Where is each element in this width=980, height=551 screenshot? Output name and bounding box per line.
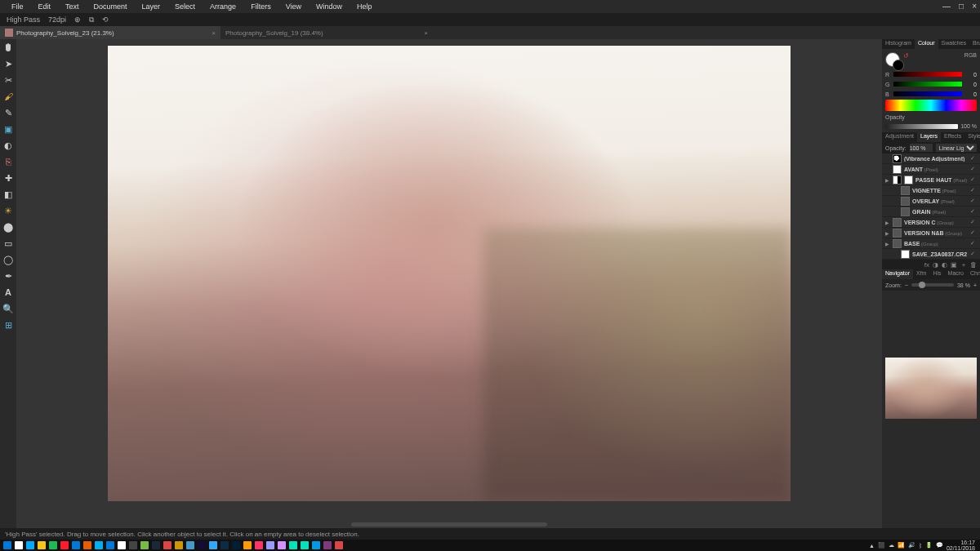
layer-group-icon[interactable]: ▣	[951, 261, 957, 269]
taskbar-app-cam[interactable]	[127, 540, 139, 551]
layer-thumbnail[interactable]	[893, 176, 902, 184]
taskbar-app-ae[interactable]	[276, 540, 287, 551]
tool-blur[interactable]: ⬤	[2, 220, 15, 233]
tray-cloud-icon[interactable]: ☁	[889, 542, 894, 549]
taskbar-app-chrome[interactable]	[116, 540, 127, 551]
taskbar-clock[interactable]: 16:17 02/11/2018	[947, 540, 975, 551]
tray-notifications-icon[interactable]: 💬	[936, 542, 943, 549]
tool-fill[interactable]: ▣	[2, 122, 15, 136]
color-mode-select[interactable]: RGB	[964, 52, 977, 58]
taskbar-app-files[interactable]	[36, 540, 47, 551]
tab-xfm[interactable]: Xfm	[913, 269, 929, 279]
canvas-area[interactable]	[16, 39, 882, 528]
layer-row[interactable]: ▶PASSE HAUT (Pixel)✓	[882, 175, 980, 185]
taskbar-app-br[interactable]	[196, 540, 207, 551]
layer-thumbnail[interactable]	[901, 197, 910, 206]
layer-row[interactable]: GRAIN (Pixel)✓	[882, 207, 980, 217]
tab-swatches[interactable]: Swatches	[938, 39, 969, 49]
layer-visibility-toggle[interactable]: ✓	[970, 176, 977, 183]
layer-visibility-toggle[interactable]: ✓	[970, 240, 977, 247]
layer-row[interactable]: ▶VERSION N&B (Group)✓	[882, 228, 980, 238]
taskbar-app-id[interactable]	[253, 540, 265, 551]
taskbar-app-cortana[interactable]	[24, 540, 36, 551]
layer-row[interactable]: SAVE_Z3A0837.CR2 (Pixel)✓	[882, 249, 980, 260]
layer-visibility-toggle[interactable]: ✓	[970, 166, 977, 172]
taskbar-app-ps[interactable]	[230, 540, 242, 551]
tab-doc-1[interactable]: Photography_Solveig_23 (21.3%) ×	[0, 26, 220, 39]
tray-battery-icon[interactable]: 🔋	[925, 542, 933, 549]
layer-thumbnail[interactable]	[893, 229, 902, 238]
layer-visibility-toggle[interactable]: ✓	[970, 187, 977, 193]
layer-row[interactable]: VIGNETTE (Pixel)✓	[882, 185, 980, 196]
tab-histogram[interactable]: Histogram	[882, 39, 915, 49]
tab-macro[interactable]: Macro	[945, 269, 967, 279]
tool-color-picker[interactable]: ✎	[2, 106, 15, 119]
tray-volume-icon[interactable]: 🔊	[908, 542, 915, 549]
tool-pen[interactable]: ✒	[2, 269, 15, 282]
taskbar-app-app2[interactable]	[173, 540, 185, 551]
opacity-value[interactable]: 100 %	[960, 123, 977, 129]
tool-selection[interactable]: ▭	[2, 237, 15, 250]
layer-thumbnail[interactable]	[893, 239, 902, 248]
tool-text[interactable]: A	[2, 286, 15, 299]
menu-filters[interactable]: Filters	[244, 2, 278, 11]
taskbar-app-app5[interactable]	[333, 540, 345, 551]
layer-row[interactable]: ▶BASE (Group)✓	[882, 238, 980, 249]
layer-row[interactable]: AVANT (Pixel)✓	[882, 164, 980, 175]
blend-mode-select[interactable]: Linear Light	[936, 144, 977, 152]
r-slider[interactable]	[893, 72, 962, 77]
tool-zoom[interactable]: 🔍	[2, 302, 15, 315]
taskbar-app-au[interactable]	[299, 540, 310, 551]
taskbar-app-steam[interactable]	[150, 540, 162, 551]
layer-delete-icon[interactable]: 🗑	[970, 261, 977, 269]
layer-fx-icon[interactable]: fx	[924, 261, 929, 269]
taskbar-app-n[interactable]	[322, 540, 333, 551]
layer-visibility-toggle[interactable]: ✓	[970, 155, 977, 162]
taskbar-app-affinity[interactable]	[139, 540, 150, 551]
context-icon-3[interactable]: ⟲	[102, 16, 109, 24]
layer-row[interactable]: ▶VERSION C (Group)✓	[882, 217, 980, 228]
menu-text[interactable]: Text	[59, 2, 86, 11]
tab-doc-2[interactable]: Photography_Solveig_19 (38.4%) ×	[220, 26, 433, 39]
context-icon-1[interactable]: ⊕	[74, 16, 81, 24]
tab-navigator[interactable]: Navigator	[882, 269, 913, 279]
tool-move[interactable]: ➤	[2, 57, 15, 70]
tool-mesh[interactable]: ⊞	[2, 318, 15, 331]
menu-layer[interactable]: Layer	[136, 2, 167, 11]
layer-expand-icon[interactable]: ▶	[885, 177, 890, 183]
layer-mask-icon[interactable]: ◑	[933, 261, 938, 269]
layer-thumbnail[interactable]	[901, 186, 910, 195]
taskbar-app-vlc[interactable]	[82, 540, 93, 551]
zoom-slider[interactable]	[911, 283, 954, 287]
taskbar-app-spotify[interactable]	[47, 540, 59, 551]
tab-close-icon[interactable]: ×	[424, 29, 428, 37]
tool-dodge[interactable]: ☀	[2, 204, 15, 217]
context-icon-2[interactable]: ⧉	[89, 16, 94, 24]
layer-visibility-toggle[interactable]: ✓	[970, 219, 977, 225]
taskbar-app-opera[interactable]	[59, 540, 70, 551]
tool-heal[interactable]: ✚	[2, 171, 15, 184]
layer-visibility-toggle[interactable]: ✓	[970, 229, 977, 236]
document-image[interactable]	[108, 46, 791, 501]
taskbar-app-pr[interactable]	[265, 540, 276, 551]
opacity-slider[interactable]	[885, 124, 958, 129]
taskbar-app-lrc[interactable]	[219, 540, 230, 551]
navigator-preview[interactable]	[885, 358, 977, 419]
taskbar-app-edge[interactable]	[70, 540, 82, 551]
tool-shape[interactable]: ◯	[2, 253, 15, 266]
layer-expand-icon[interactable]: ▶	[885, 220, 890, 225]
menu-select[interactable]: Select	[168, 2, 202, 11]
layer-thumbnail[interactable]	[893, 218, 902, 227]
layer-row[interactable]: (Vibrance Adjustment) ✓	[882, 153, 980, 164]
taskbar-app-app4[interactable]	[310, 540, 322, 551]
layer-row[interactable]: OVERLAY (Pixel)✓	[882, 196, 980, 207]
zoom-out-icon[interactable]: −	[905, 282, 908, 288]
foreground-background-swatch[interactable]	[885, 52, 900, 67]
tray-network-icon[interactable]: 📶	[898, 542, 905, 549]
tab-close-icon[interactable]: ×	[212, 29, 216, 37]
layer-visibility-toggle[interactable]: ✓	[970, 198, 977, 204]
layer-thumbnail[interactable]	[901, 250, 910, 259]
layer-opacity-input[interactable]	[910, 144, 933, 152]
horizontal-scrollbar[interactable]	[351, 522, 547, 527]
zoom-in-icon[interactable]: +	[973, 282, 977, 288]
